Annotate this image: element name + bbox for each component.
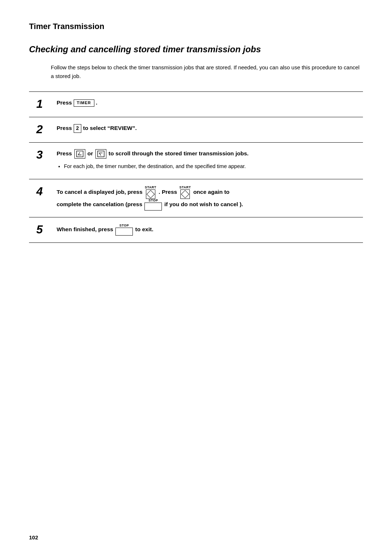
start-label-2: START xyxy=(179,186,191,189)
stop-label-2: STOP xyxy=(119,224,129,227)
svg-rect-0 xyxy=(77,151,83,157)
step-3: 3 Press or to scroll through the stor xyxy=(29,143,363,179)
start-btn-2: START xyxy=(179,186,191,199)
steps-container: 1 Press TIMER . 2 Press 2 to select “REV… xyxy=(29,91,363,243)
section-title: Checking and cancelling stored timer tra… xyxy=(29,44,363,54)
step-5-number: 5 xyxy=(36,223,51,236)
step-3-content: Press or to scroll through the stored ti… xyxy=(57,149,356,172)
step-1-content: Press TIMER . xyxy=(57,98,356,107)
step-2-number: 2 xyxy=(36,123,51,136)
start-icon-2 xyxy=(180,189,190,199)
step-2: 2 Press 2 to select “REVIEW”. xyxy=(29,117,363,143)
scroll-down-btn xyxy=(95,149,106,159)
step-3-number: 3 xyxy=(36,148,51,161)
key-2: 2 xyxy=(74,124,82,133)
step-3-bullets: For each job, the timer number, the dest… xyxy=(57,162,356,171)
intro-text: Follow the steps below to check the time… xyxy=(29,63,363,81)
stop-btn-2: STOP xyxy=(115,224,133,236)
start-label-1: START xyxy=(145,186,156,189)
scroll-up-btn xyxy=(74,149,85,159)
step-4-content: To cancel a displayed job, press START .… xyxy=(57,186,356,211)
stop-box-2 xyxy=(115,228,133,236)
step-4: 4 To cancel a displayed job, press START… xyxy=(29,179,363,217)
step-4-number: 4 xyxy=(36,185,51,198)
step-2-content: Press 2 to select “REVIEW”. xyxy=(57,124,356,133)
page-number: 102 xyxy=(29,534,38,540)
svg-rect-1 xyxy=(98,151,104,157)
page-container: Timer Transmission Checking and cancelli… xyxy=(0,0,392,272)
start-btn-1: START xyxy=(145,186,156,199)
timer-key: TIMER xyxy=(74,99,94,106)
step-3-bullet-1: For each job, the timer number, the dest… xyxy=(64,162,356,171)
step-5: 5 When finished, press STOP to exit. xyxy=(29,217,363,243)
stop-box-1 xyxy=(144,203,162,211)
stop-btn-1: STOP xyxy=(144,199,162,211)
page-title: Timer Transmission xyxy=(29,22,363,31)
step-1: 1 Press TIMER . xyxy=(29,92,363,117)
step-5-content: When finished, press STOP to exit. xyxy=(57,224,356,236)
step-1-number: 1 xyxy=(36,98,51,110)
stop-label-1: STOP xyxy=(148,199,158,202)
start-icon-1 xyxy=(146,189,155,199)
